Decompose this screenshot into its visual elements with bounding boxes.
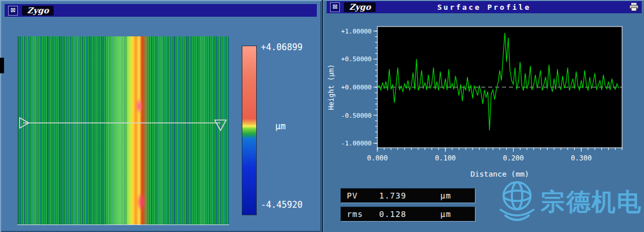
rms-unit: µm [440, 209, 451, 219]
svg-text:+1.00000: +1.00000 [341, 28, 372, 35]
svg-text:+0.50000: +0.50000 [341, 55, 372, 63]
svg-text:0.100: 0.100 [435, 154, 456, 162]
pv-value: 1.739 [379, 191, 440, 200]
profile-chart[interactable]: 0.0000.1000.2000.300+1.00000+0.50000+0.0… [325, 20, 626, 181]
svg-text:Height (µm): Height (µm) [327, 64, 335, 110]
svg-text:0.200: 0.200 [503, 154, 523, 162]
pv-unit: µm [440, 191, 451, 200]
svg-text:-0.50000: -0.50000 [341, 112, 372, 119]
edge-tab [0, 58, 4, 73]
profile-right-handle-icon[interactable] [215, 120, 226, 130]
surface-map-titlebar[interactable]: ⊠ Zygo [5, 4, 317, 17]
profile-slice-overlay[interactable] [17, 36, 229, 224]
svg-text:Distance (mm): Distance (mm) [470, 170, 529, 178]
printer-icon[interactable] [629, 3, 639, 12]
close-icon[interactable]: ⊠ [330, 2, 340, 12]
svg-text:+0.00000: +0.00000 [341, 84, 372, 91]
pv-label: PV [341, 191, 379, 200]
zygo-metropro-app: ⊠ Zygo +4.06899 µm -4.45920 ⊠ Zygo Surfa… [0, 0, 644, 232]
globe-logo-icon [496, 177, 538, 227]
colorbar-max-label: +4.06899 [261, 42, 302, 53]
watermark: 宗德机电 [496, 177, 642, 227]
surface-profile-titlebar[interactable]: ⊠ Zygo Surface Profile [327, 1, 642, 13]
pv-readout: PV 1.739 µm [340, 188, 475, 203]
zygo-logo: Zygo [22, 6, 54, 16]
rms-value: 0.128 [379, 209, 440, 219]
colorbar-unit-label: µm [275, 121, 286, 132]
svg-text:0.300: 0.300 [571, 154, 591, 162]
watermark-text: 宗德机电 [541, 190, 642, 214]
rms-readout: rms 0.128 µm [340, 207, 475, 222]
colorbar-min-label: -4.45920 [261, 200, 302, 210]
rms-label: rms [341, 209, 379, 219]
surface-map-window: ⊠ Zygo +4.06899 µm -4.45920 [0, 0, 321, 232]
zygo-logo: Zygo [344, 2, 376, 12]
svg-text:-1.00000: -1.00000 [341, 140, 372, 147]
colorbar [242, 46, 257, 215]
surface-map[interactable] [17, 36, 229, 225]
close-icon[interactable]: ⊠ [8, 6, 18, 16]
svg-text:0.000: 0.000 [367, 154, 388, 162]
surface-profile-window: ⊠ Zygo Surface Profile 0.0000.1000.2000.… [322, 0, 644, 232]
